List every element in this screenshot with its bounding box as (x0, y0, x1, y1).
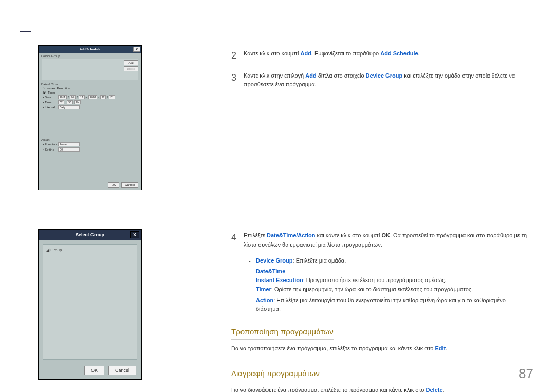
keyword-datetime: Date&Time (256, 268, 285, 274)
text: Κάντε κλικ στο κουμπί (244, 50, 300, 57)
keyword-device-group: Device Group (256, 257, 293, 264)
step4-block: 4 Επιλέξτε Date&Time/Action και κάντε κλ… (231, 230, 530, 392)
text: Επιλέξτε (244, 232, 267, 238)
dash-icon: - (249, 296, 256, 314)
section-label-action: Action (39, 137, 141, 142)
time-label: Time (43, 101, 57, 104)
figure-add-schedule: Add Schedule X Device Group Add Delete D… (38, 45, 142, 190)
heading-modify-schedules: Τροποποίηση προγραμμάτων (231, 326, 334, 340)
date-from-day[interactable]: 17 (79, 95, 85, 99)
keyword-device-group: Device Group (366, 72, 403, 79)
dialog-titlebar: Add Schedule X (39, 46, 141, 53)
step-number: 3 (231, 70, 244, 89)
delete-button[interactable]: Delete (124, 66, 138, 71)
dash-icon: - (249, 256, 256, 266)
dialog-title: Add Schedule (80, 48, 100, 51)
text: : Επιλέξτε μια ομάδα. (293, 257, 346, 264)
setting-label: Setting (43, 148, 57, 151)
text: : Επιλέξτε μια λειτουργία που θα ενεργοπ… (256, 297, 506, 312)
section-label-datetime: Date & Time (39, 81, 141, 86)
text: . Εμφανίζεται το παράθυρο (311, 50, 380, 57)
tree-node-group[interactable]: ◢ Group (46, 248, 62, 252)
device-group-list: Add Delete (42, 59, 138, 80)
steps-column: 2 Κάντε κλικ στο κουμπί Add. Εμφανίζεται… (231, 48, 530, 97)
cancel-button[interactable]: Cancel (121, 182, 138, 188)
instant-label: Instant Execution (47, 87, 70, 90)
delete-paragraph: Για να διαγράψετε ένα πρόγραμμα, επιλέξτ… (231, 386, 530, 392)
dialog-title: Select Group (76, 232, 104, 237)
close-icon[interactable]: X (133, 47, 140, 52)
keyword-datetime-action: Date&Time/Action (267, 232, 316, 238)
radio-timer[interactable] (43, 91, 47, 94)
date-from-month[interactable]: 06 (70, 95, 76, 99)
interval-label: Interval (43, 106, 57, 109)
ok-button[interactable]: OK (84, 366, 104, 375)
interval-select[interactable]: Daily (58, 105, 80, 109)
text: : Πραγματοποιήστε εκτέλεση του προγράμμα… (303, 277, 447, 283)
step-number: 2 (231, 48, 244, 63)
sub-bullets: - Device Group: Επιλέξτε μια ομάδα. - Da… (249, 256, 530, 314)
function-select[interactable]: Power (58, 142, 80, 146)
radio-instant[interactable] (43, 87, 46, 90)
step-4: 4 Επιλέξτε Date&Time/Action και κάντε κλ… (231, 230, 530, 249)
close-icon[interactable]: X (130, 231, 139, 238)
date-to-day[interactable]: 31 (109, 95, 115, 99)
text: . (443, 387, 445, 392)
keyword-add: Add (305, 72, 316, 79)
keyword-action: Action (256, 297, 273, 303)
bullet-device-group: - Device Group: Επιλέξτε μια ομάδα. (249, 256, 530, 266)
ok-button[interactable]: OK (108, 182, 120, 188)
date-to-month[interactable]: 12 (100, 95, 106, 99)
date-to-year[interactable]: 2088 (88, 95, 97, 99)
figure-select-group: Select Group X ◢ Group OK Cancel (38, 229, 142, 380)
time-ampm[interactable]: PM (74, 100, 81, 104)
keyword-delete: Delete (426, 387, 443, 392)
text: : Ορίστε την ημερομηνία, την ώρα και το … (271, 286, 473, 292)
keyword-ok: OK (381, 232, 390, 238)
date-separator: ~ (86, 96, 88, 99)
modify-paragraph: Για να τροποποιήσετε ένα πρόγραμμα, επιλ… (231, 344, 530, 353)
keyword-add: Add (300, 50, 311, 57)
timer-label: Timer (48, 91, 55, 94)
keyword-timer: Timer (256, 286, 271, 292)
step-body: Κάντε κλικ στην επιλογή Add δίπλα στο στ… (244, 70, 530, 89)
text: . (446, 345, 447, 351)
setting-select[interactable]: Off (58, 147, 80, 152)
text: δίπλα στο στοιχείο (317, 72, 366, 79)
text: και κάντε κλικ στο κουμπί (316, 232, 382, 238)
step-2: 2 Κάντε κλικ στο κουμπί Add. Εμφανίζεται… (231, 48, 530, 63)
keyword-instant-execution: Instant Execution (256, 277, 303, 283)
add-button[interactable]: Add (124, 60, 138, 65)
group-tree: ◢ Group (43, 244, 137, 360)
text: Κάντε κλικ στην επιλογή (244, 72, 305, 79)
step-3: 3 Κάντε κλικ στην επιλογή Add δίπλα στο … (231, 70, 530, 89)
dash-icon: - (249, 267, 256, 294)
dialog-titlebar: Select Group X (39, 230, 141, 240)
step-body: Επιλέξτε Date&Time/Action και κάντε κλικ… (244, 230, 530, 249)
tree-node-label: Group (50, 248, 62, 252)
date-from-year[interactable]: 2011 (58, 95, 67, 99)
bullet-datetime: - Date&Time Instant Execution: Πραγματοπ… (249, 267, 530, 294)
cancel-button[interactable]: Cancel (108, 366, 136, 375)
text: Για να διαγράψετε ένα πρόγραμμα, επιλέξτ… (231, 387, 426, 392)
time-hour[interactable]: 07 (58, 100, 64, 104)
step-body: Κάντε κλικ στο κουμπί Add. Εμφανίζεται τ… (244, 48, 420, 63)
time-minute[interactable]: 53 (67, 100, 73, 104)
heading-delete-schedules: Διαγραφή προγραμμάτων (231, 367, 320, 381)
date-label: Date (43, 96, 57, 99)
keyword-edit: Edit (435, 345, 446, 351)
bullet-action: - Action: Επιλέξτε μια λειτουργία που θα… (249, 296, 530, 314)
section-label-device-group: Device Group (39, 53, 141, 58)
text: Για να τροποποιήσετε ένα πρόγραμμα, επιλ… (231, 345, 435, 351)
function-label: Function (43, 143, 57, 146)
header-accent (20, 31, 31, 32)
header-rule (20, 32, 535, 32)
text: . (418, 50, 420, 57)
step-number: 4 (231, 230, 244, 249)
keyword-add-schedule: Add Schedule (380, 50, 418, 57)
